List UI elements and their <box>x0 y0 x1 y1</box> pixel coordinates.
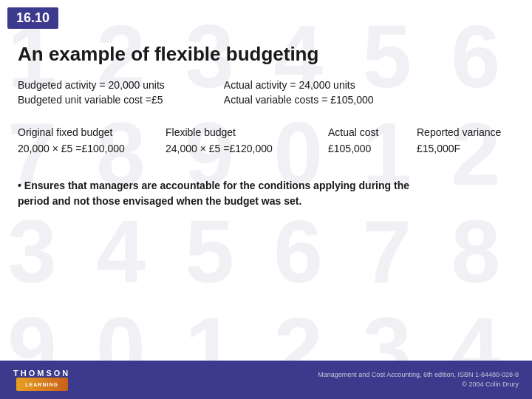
budgeted-activity: Budgeted activity = 20,000 units <box>18 79 165 91</box>
citation-line1: Management and Cost Accounting, 6th edit… <box>318 370 519 381</box>
citation-line2: © 2004 Colin Drury <box>318 380 519 390</box>
slide-content: An example of flexible budgeting Budgete… <box>0 0 532 399</box>
cell-reported-variance: £15,000F <box>417 143 528 154</box>
bottom-note: • Ensures that managers are accountable … <box>18 178 514 209</box>
info-right: Actual activity = 24,000 units Actual va… <box>224 79 374 106</box>
note-line1: • Ensures that managers are accountable … <box>18 180 409 191</box>
cell-flexible-budget: 24,000 × £5 =£120,000 <box>166 143 328 154</box>
page-title: An example of flexible budgeting <box>18 43 514 66</box>
table-header-row: Original fixed budget Flexible budget Ac… <box>18 126 514 138</box>
footer-logo: THOMSON LEARNING <box>13 369 70 391</box>
header-actual-cost: Actual cost <box>328 126 417 138</box>
cell-original-fixed-budget: 20,000 × £5 =£100,000 <box>18 143 166 154</box>
actual-variable-costs: Actual variable costs = £105,000 <box>224 94 374 106</box>
header-original-fixed-budget: Original fixed budget <box>18 126 166 138</box>
info-row: Budgeted activity = 20,000 units Budgete… <box>18 79 514 106</box>
note-line2: period and not those envisaged when the … <box>18 195 301 207</box>
footer: THOMSON LEARNING Management and Cost Acc… <box>0 361 532 399</box>
slide-number: 16.10 <box>7 7 58 29</box>
table-data-row: 20,000 × £5 =£100,000 24,000 × £5 =£120,… <box>18 143 514 154</box>
cell-actual-cost: £105,000 <box>328 143 417 154</box>
thomson-sub-text: LEARNING <box>25 382 58 387</box>
actual-activity: Actual activity = 24,000 units <box>224 79 374 91</box>
budget-table: Original fixed budget Flexible budget Ac… <box>18 126 514 154</box>
budgeted-variable-cost: Budgeted unit variable cost =£5 <box>18 94 165 106</box>
info-left: Budgeted activity = 20,000 units Budgete… <box>18 79 165 106</box>
footer-citation: Management and Cost Accounting, 6th edit… <box>318 370 519 390</box>
header-flexible-budget: Flexible budget <box>166 126 328 138</box>
thomson-text: THOMSON <box>13 369 70 378</box>
header-reported-variance: Reported variance <box>417 126 528 138</box>
thomson-sub: LEARNING <box>16 378 68 391</box>
thomson-logo: THOMSON LEARNING <box>13 369 70 391</box>
